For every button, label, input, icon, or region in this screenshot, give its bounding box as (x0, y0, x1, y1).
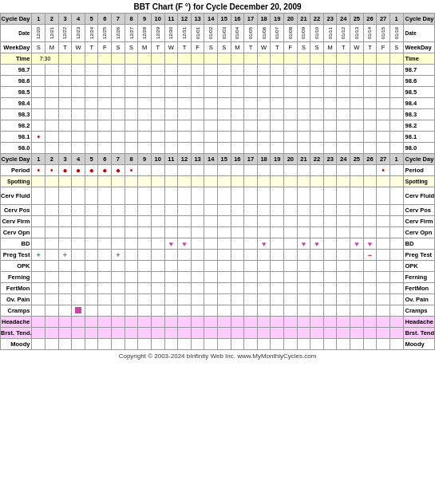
ferning-row: Ferning Ferning (1, 272, 435, 283)
bbt-980-row: 98.0 98.0 (1, 143, 435, 154)
cerv-fluid-row: Cerv Fluid Cerv Fluid (1, 187, 435, 205)
bbt-table: Cycle Day 1 2 3 4 5 6 7 8 9 10 11 12 13 … (0, 13, 435, 350)
preg-test-row: Preg Test + + + − Preg Test (1, 250, 435, 261)
fertmon-row: FertMon FertMon (1, 283, 435, 294)
moody-row: Moody Moody (1, 339, 435, 350)
weekday-row: WeekDay S M T W T F S S M T W T F S S M … (1, 42, 435, 53)
cerv-firm-row: Cerv Firm Cerv Firm (1, 216, 435, 227)
headache-row: Headache Headache (1, 317, 435, 328)
bbt-984-row: 98.4 98.4 (1, 98, 435, 109)
page-title: BBT Chart (F °) for Cycle December 20, 2… (0, 0, 435, 13)
bbt-981-row: 98.1 • 98.1 (1, 132, 435, 143)
cramps-row: Cramps Cramps (1, 305, 435, 317)
brst-tend-row: Brst. Tend. Brst. Tend. (1, 328, 435, 339)
period-row: Period • • ● ● ● ● ● • · · · • Period (1, 165, 435, 176)
bbt-987-row: 98.7 98.7 (1, 65, 435, 76)
time-row: Time 7:30 Time (1, 53, 435, 65)
cycle-day-header-row: Cycle Day 1 2 3 4 5 6 7 8 9 10 11 12 13 … (1, 14, 435, 25)
cerv-opn-row: Cerv Opn Cerv Opn (1, 227, 435, 238)
footer: Copyright © 2003-2024 bInfinity Web Inc.… (0, 350, 435, 362)
date-row: Date 12/20 12/21 12/22 12/23 12/24 12/25… (1, 25, 435, 42)
bbt-983-row: 98.3 98.3 (1, 109, 435, 120)
cycle-day-label: Cycle Day (1, 14, 32, 25)
bbt-985-row: 98.5 98.5 (1, 87, 435, 98)
cycle-day-bottom-row: Cycle Day 1234 5678 9101112 13141516 171… (1, 154, 435, 165)
bd-row: BD ♥ ♥ ♥ ♥ ♥ ♥ ♥ BD (1, 238, 435, 250)
spotting-row: Spotting Spotting (1, 176, 435, 187)
chart-container: Cycle Day 1 2 3 4 5 6 7 8 9 10 11 12 13 … (0, 13, 435, 350)
cd-1: 1 (32, 14, 45, 25)
opk-row: OPK OPK (1, 261, 435, 272)
bbt-982-row: 98.2 98.2 (1, 120, 435, 132)
ov-pain-row: Ov. Pain Ov. Pain (1, 294, 435, 305)
bbt-986-row: 98.6 98.6 (1, 76, 435, 87)
cerv-pos-row: Cerv Pos Cerv Pos (1, 205, 435, 216)
